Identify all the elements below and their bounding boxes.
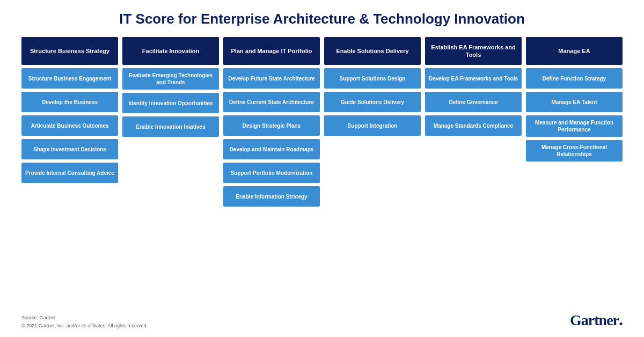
column-2-item-5: Enable Information Strategy xyxy=(223,186,320,207)
copyright-text: © 2021 Gartner, Inc. and/or its affiliat… xyxy=(21,322,148,329)
column-1-item-0: Evaluate Emerging Technologies and Trend… xyxy=(122,68,219,90)
column-2: Plan and Manage IT PortfolioDevelop Futu… xyxy=(223,37,320,305)
column-2-item-1: Define Current State Architecture xyxy=(223,92,320,112)
column-4-item-0: Develop EA Frameworks and Tools xyxy=(425,68,522,89)
gartner-logo-text: Gartner. xyxy=(570,312,623,328)
column-1: Facilitate InnovationEvaluate Emerging T… xyxy=(122,37,219,305)
column-header-4: Establish EA Frameworks and Tools xyxy=(425,37,522,65)
footer-left: Source: Gartner © 2021 Gartner, Inc. and… xyxy=(21,314,148,329)
column-0-item-0: Structure Business Engagement xyxy=(21,68,118,89)
column-4-item-2: Manage Standards Compliance xyxy=(425,115,522,136)
column-0-item-1: Develop the Business xyxy=(21,92,118,112)
column-0-item-3: Shape Investment Decisions xyxy=(21,139,118,159)
column-header-5: Manage EA xyxy=(526,37,623,65)
gartner-logo: Gartner. xyxy=(570,310,623,329)
column-5-item-0: Define Function Strategy xyxy=(526,68,623,89)
column-header-1: Facilitate Innovation xyxy=(122,37,219,65)
column-3-item-2: Support Integration xyxy=(324,115,421,136)
column-1-item-2: Enable Innovation Iniatives xyxy=(122,116,219,137)
column-header-2: Plan and Manage IT Portfolio xyxy=(223,37,320,65)
column-0: Structure Business StrategyStructure Bus… xyxy=(21,37,118,305)
column-5-item-2: Measure and Manage Function Performance xyxy=(526,115,623,137)
page: IT Score for Enterprise Architecture & T… xyxy=(0,0,644,337)
column-4-item-1: Define Governance xyxy=(425,92,522,112)
column-5-item-1: Manage EA Talent xyxy=(526,92,623,112)
column-header-3: Enable Solutions Delivery xyxy=(324,37,421,65)
column-1-item-1: Identify Innovation Opportunities xyxy=(122,93,219,113)
column-2-item-0: Develop Future State Architecture xyxy=(223,68,320,89)
column-2-item-3: Develop and Maintain Roadmaps xyxy=(223,139,320,159)
column-5: Manage EADefine Function StrategyManage … xyxy=(526,37,623,305)
column-3-item-0: Support Solutions Design xyxy=(324,68,421,89)
column-3: Enable Solutions DeliverySupport Solutio… xyxy=(324,37,421,305)
column-4: Establish EA Frameworks and ToolsDevelop… xyxy=(425,37,522,305)
column-3-item-1: Guide Solutions Delivery xyxy=(324,92,421,112)
column-0-item-2: Articulate Business Outcomes xyxy=(21,115,118,136)
column-5-item-3: Manage Cross-Functional Relationships xyxy=(526,140,623,162)
page-title: IT Score for Enterprise Architecture & T… xyxy=(21,11,623,27)
footer: Source: Gartner © 2021 Gartner, Inc. and… xyxy=(21,310,623,332)
column-2-item-4: Support Portfolio Modernization xyxy=(223,163,320,183)
column-header-0: Structure Business Strategy xyxy=(21,37,118,65)
grid-container: Structure Business StrategyStructure Bus… xyxy=(21,37,623,305)
column-2-item-2: Design Strategic Plans xyxy=(223,115,320,136)
column-0-item-4: Provide Internal Consulting Advice xyxy=(21,163,118,183)
source-text: Source: Gartner xyxy=(21,314,148,321)
